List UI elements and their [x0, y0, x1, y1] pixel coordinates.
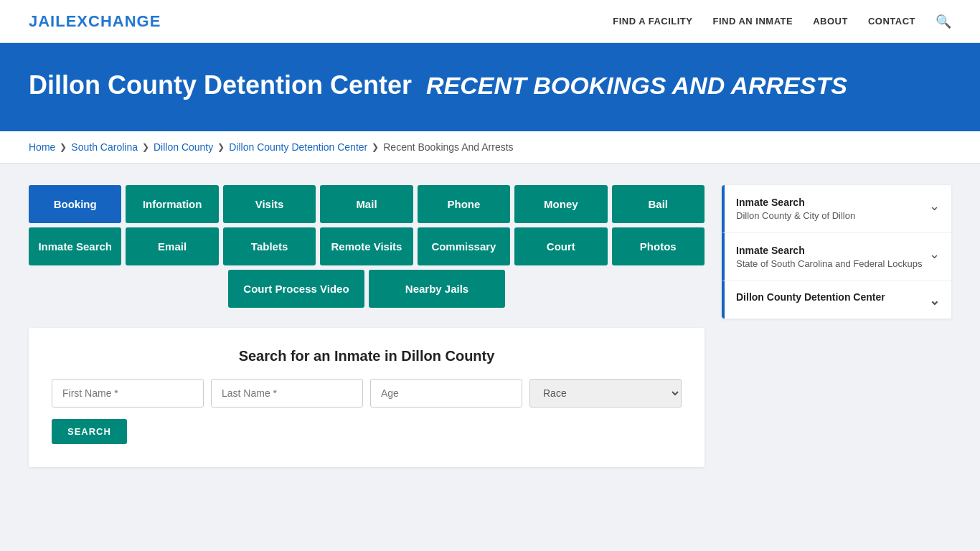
sidebar-item-3[interactable]: Dillon County Detention Center ⌄: [722, 281, 951, 319]
breadcrumb-sep-2: ❯: [142, 142, 149, 152]
tab-commissary[interactable]: Commissary: [418, 227, 510, 265]
search-button[interactable]: SEARCH: [52, 419, 127, 444]
tab-email[interactable]: Email: [126, 227, 218, 265]
sidebar-item-1[interactable]: Inmate Search Dillon County & City of Di…: [722, 185, 951, 233]
search-form: Race White Black Hispanic Asian Other: [52, 379, 682, 408]
search-section: Search for an Inmate in Dillon County Ra…: [29, 328, 705, 467]
tab-phone[interactable]: Phone: [418, 185, 510, 223]
main-nav: FIND A FACILITY FIND AN INMATE ABOUT CON…: [613, 14, 951, 29]
sidebar-item-1-text: Inmate Search Dillon County & City of Di…: [736, 197, 855, 221]
tab-court-process-video[interactable]: Court Process Video: [228, 270, 364, 308]
sidebar-item-2-text: Inmate Search State of South Carolina an…: [736, 245, 922, 269]
tab-button-grid: Booking Information Visits Mail Phone Mo…: [29, 185, 705, 308]
breadcrumb: Home ❯ South Carolina ❯ Dillon County ❯ …: [0, 131, 980, 164]
race-select[interactable]: Race White Black Hispanic Asian Other: [529, 379, 682, 408]
sidebar-item-2-title: Inmate Search: [736, 245, 922, 256]
tab-mail[interactable]: Mail: [320, 185, 413, 223]
left-column: Booking Information Visits Mail Phone Mo…: [29, 185, 705, 467]
sidebar-item-1-title: Inmate Search: [736, 197, 855, 208]
breadcrumb-sep-4: ❯: [372, 142, 379, 152]
breadcrumb-south-carolina[interactable]: South Carolina: [71, 141, 138, 153]
chevron-down-icon-2: ⌄: [929, 246, 940, 262]
tab-booking[interactable]: Booking: [29, 185, 121, 223]
header: JAILEXCHANGE FIND A FACILITY FIND AN INM…: [0, 0, 980, 43]
breadcrumb-sep-1: ❯: [60, 142, 67, 152]
logo-jail: JAIL: [29, 12, 66, 30]
tab-remote-visits[interactable]: Remote Visits: [320, 227, 413, 265]
logo[interactable]: JAILEXCHANGE: [29, 12, 161, 31]
tab-information[interactable]: Information: [126, 185, 218, 223]
age-input[interactable]: [370, 379, 522, 408]
tab-court[interactable]: Court: [514, 227, 607, 265]
search-title: Search for an Inmate in Dillon County: [52, 348, 682, 364]
breadcrumb-detention-center[interactable]: Dillon County Detention Center: [229, 141, 367, 153]
page-title-main: Dillon County Detention Center: [29, 70, 412, 100]
tab-photos[interactable]: Photos: [612, 227, 705, 265]
breadcrumb-home[interactable]: Home: [29, 141, 55, 153]
search-icon[interactable]: 🔍: [936, 14, 951, 29]
breadcrumb-current: Recent Bookings And Arrests: [383, 141, 513, 153]
tab-bail[interactable]: Bail: [612, 185, 705, 223]
nav-find-facility[interactable]: FIND A FACILITY: [613, 16, 692, 27]
breadcrumb-sep-3: ❯: [217, 142, 225, 152]
page-title-italic: RECENT BOOKINGS AND ARRESTS: [426, 72, 847, 99]
nav-contact[interactable]: CONTACT: [868, 16, 915, 27]
breadcrumb-dillon-county[interactable]: Dillon County: [154, 141, 213, 153]
nav-find-inmate[interactable]: FIND AN INMATE: [712, 16, 793, 27]
tab-tablets[interactable]: Tablets: [223, 227, 316, 265]
tab-row-3: Court Process Video Nearby Jails: [29, 270, 705, 308]
tab-row-2: Inmate Search Email Tablets Remote Visit…: [29, 227, 705, 265]
tab-money[interactable]: Money: [514, 185, 607, 223]
sidebar-item-1-subtitle: Dillon County & City of Dillon: [736, 210, 855, 221]
sidebar-item-3-text: Dillon County Detention Center: [736, 291, 885, 305]
sidebar-card: Inmate Search Dillon County & City of Di…: [722, 185, 951, 319]
last-name-input[interactable]: [211, 379, 363, 408]
page-title: Dillon County Detention Center RECENT BO…: [29, 69, 951, 103]
first-name-input[interactable]: [52, 379, 204, 408]
logo-exchange: EXCHANGE: [66, 12, 161, 30]
sidebar-item-2-subtitle: State of South Carolina and Federal Lock…: [736, 258, 922, 269]
tab-visits[interactable]: Visits: [223, 185, 316, 223]
hero-section: Dillon County Detention Center RECENT BO…: [0, 43, 980, 131]
sidebar-item-2[interactable]: Inmate Search State of South Carolina an…: [722, 233, 951, 281]
nav-about[interactable]: ABOUT: [813, 16, 848, 27]
sidebar-item-3-title: Dillon County Detention Center: [736, 291, 885, 303]
chevron-down-icon-1: ⌄: [929, 198, 940, 214]
chevron-down-icon-3: ⌄: [929, 293, 940, 309]
tab-inmate-search[interactable]: Inmate Search: [29, 227, 121, 265]
right-sidebar: Inmate Search Dillon County & City of Di…: [722, 185, 951, 321]
tab-row-1: Booking Information Visits Mail Phone Mo…: [29, 185, 705, 223]
tab-nearby-jails[interactable]: Nearby Jails: [369, 270, 505, 308]
main-content: Booking Information Visits Mail Phone Mo…: [0, 164, 980, 489]
